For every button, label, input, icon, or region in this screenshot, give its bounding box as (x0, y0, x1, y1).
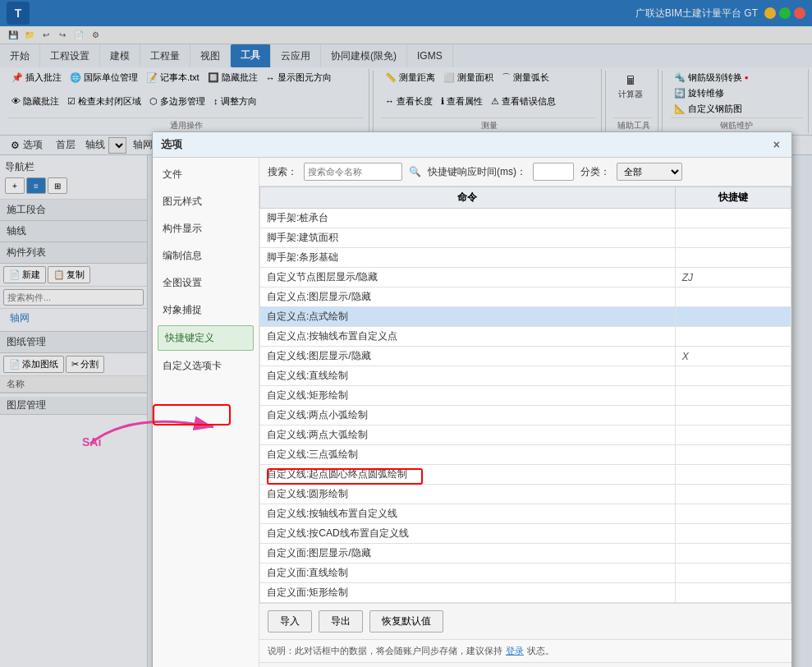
cmd-cell: 自定义线:圆形绘制 (260, 485, 676, 504)
dialog-action-row: 确定 取消 (259, 662, 791, 667)
nav-snap[interactable]: 对象捕捉 (153, 297, 259, 324)
nav-custom-tab[interactable]: 自定义选项卡 (153, 352, 259, 380)
dialog-toolbar: 搜索： 🔍 快捷键响应时间(ms)： 400 分类： 全部 常用 建模 工程量 (259, 158, 791, 186)
cmd-cell: 自定义线:两点大弧绘制 (260, 426, 676, 445)
key-cell (675, 327, 791, 347)
cmd-cell: 自定义线:矩形绘制 (260, 386, 676, 406)
cmd-table: 命令 快捷键 脚手架:桩承台脚手架:建筑面积脚手架:条形基础自定义节点图层显示/… (259, 186, 791, 603)
dialog-title: 选项 (161, 137, 182, 152)
table-row[interactable]: 自定义点:点式绘制 (260, 307, 791, 327)
nav-edit-info[interactable]: 编制信息 (153, 242, 259, 269)
nav-element-style[interactable]: 图元样式 (153, 188, 259, 215)
dialog-footer: 说明：此对话框中的数据，将会随账户同步存储，建议保持 登录 状态。 (259, 639, 791, 662)
table-row[interactable]: 自定义节点图层显示/隐藏ZJ (260, 268, 791, 288)
key-cell (675, 485, 791, 504)
dialog-bottom-buttons: 导入 导出 恢复默认值 (259, 603, 791, 639)
table-row[interactable]: 自定义线:直线绘制 (260, 366, 791, 386)
cmd-cell: 自定义点:点式绘制 (260, 307, 676, 327)
table-row[interactable]: 自定义面:图层显示/隐藏 (260, 544, 791, 564)
key-cell (675, 248, 791, 268)
nav-hotkey[interactable]: 快捷键定义 (158, 325, 254, 351)
cmd-cell: 自定义面:直线绘制 (260, 564, 676, 583)
cmd-cell: 自定义面:图层显示/隐藏 (260, 544, 676, 564)
dialog-close-btn[interactable]: × (770, 138, 783, 151)
key-cell (675, 366, 791, 386)
nav-file[interactable]: 文件 (153, 161, 259, 188)
nav-full-view[interactable]: 全图设置 (153, 269, 259, 297)
cmd-search-input[interactable] (304, 163, 402, 181)
key-cell (675, 209, 791, 228)
export-btn[interactable]: 导出 (319, 610, 363, 632)
cmd-cell: 脚手架:条形基础 (260, 248, 676, 268)
category-select[interactable]: 全部 常用 建模 工程量 (617, 163, 682, 181)
key-cell (675, 228, 791, 248)
table-row[interactable]: 自定义面:矩形绘制 (260, 583, 791, 603)
cmd-cell: 自定义点:图层显示/隐藏 (260, 288, 676, 307)
key-col-header: 快捷键 (675, 187, 791, 209)
key-cell (675, 504, 791, 524)
key-cell (675, 386, 791, 406)
table-row[interactable]: 自定义线:两点小弧绘制 (260, 406, 791, 426)
options-dialog: 选项 × 文件 图元样式 构件显示 编制信息 全图设置 对象捕捉 快捷键定义 自… (152, 131, 792, 667)
cmd-cell: 脚手架:桩承台 (260, 209, 676, 228)
table-row[interactable]: 自定义线:按CAD线布置自定义线 (260, 524, 791, 544)
key-cell (675, 406, 791, 426)
cmd-cell: 自定义线:图层显示/隐藏 (260, 347, 676, 366)
table-row[interactable]: 自定义线:两点大弧绘制 (260, 426, 791, 445)
key-cell (675, 307, 791, 327)
key-cell: ZJ (675, 268, 791, 288)
table-row[interactable]: 自定义线:矩形绘制 (260, 386, 791, 406)
cmd-cell: 自定义面:矩形绘制 (260, 583, 676, 603)
cmd-cell: 自定义节点图层显示/隐藏 (260, 268, 676, 288)
login-link[interactable]: 登录 (506, 645, 524, 657)
cmd-cell: 自定义线:三点弧绘制 (260, 445, 676, 465)
table-row[interactable]: 自定义点:图层显示/隐藏 (260, 288, 791, 307)
response-time-input[interactable]: 400 (533, 163, 574, 181)
dialog-title-bar: 选项 × (153, 132, 791, 158)
commands-table: 命令 快捷键 脚手架:桩承台脚手架:建筑面积脚手架:条形基础自定义节点图层显示/… (259, 186, 791, 603)
restore-defaults-btn[interactable]: 恢复默认值 (369, 610, 443, 632)
dialog-overlay: 选项 × 文件 图元样式 构件显示 编制信息 全图设置 对象捕捉 快捷键定义 自… (0, 0, 812, 667)
table-row[interactable]: 自定义面:直线绘制 (260, 564, 791, 583)
cmd-cell: 脚手架:建筑面积 (260, 228, 676, 248)
key-cell (675, 426, 791, 445)
import-btn[interactable]: 导入 (268, 610, 312, 632)
table-row[interactable]: 脚手架:条形基础 (260, 248, 791, 268)
cmd-cell: 自定义线:起点圆心终点圆弧绘制 (260, 465, 676, 485)
footer-suffix: 状态。 (527, 645, 554, 657)
footer-text: 说明：此对话框中的数据，将会随账户同步存储，建议保持 (268, 645, 502, 657)
table-row[interactable]: 脚手架:桩承台 (260, 209, 791, 228)
key-cell (675, 544, 791, 564)
cmd-cell: 自定义线:两点小弧绘制 (260, 406, 676, 426)
key-cell (675, 288, 791, 307)
cmd-col-header: 命令 (260, 187, 676, 209)
table-row[interactable]: 自定义线:起点圆心终点圆弧绘制 (260, 465, 791, 485)
key-cell (675, 524, 791, 544)
key-cell: X (675, 347, 791, 366)
time-label: 快捷键响应时间(ms)： (428, 165, 526, 179)
table-row[interactable]: 自定义线:图层显示/隐藏X (260, 347, 791, 366)
key-cell (675, 564, 791, 583)
cmd-cell: 自定义线:直线绘制 (260, 366, 676, 386)
table-row[interactable]: 自定义点:按轴线布置自定义点 (260, 327, 791, 347)
dialog-right-content: 搜索： 🔍 快捷键响应时间(ms)： 400 分类： 全部 常用 建模 工程量 (259, 158, 791, 667)
table-row[interactable]: 自定义线:按轴线布置自定义线 (260, 504, 791, 524)
search-icon: 🔍 (409, 166, 421, 177)
cmd-cell: 自定义线:按CAD线布置自定义线 (260, 524, 676, 544)
table-row[interactable]: 脚手架:建筑面积 (260, 228, 791, 248)
key-cell (675, 445, 791, 465)
category-label: 分类： (580, 165, 610, 179)
key-cell (675, 583, 791, 603)
key-cell (675, 465, 791, 485)
dialog-nav: 文件 图元样式 构件显示 编制信息 全图设置 对象捕捉 快捷键定义 自定义选项卡 (153, 158, 259, 667)
table-row[interactable]: 自定义线:圆形绘制 (260, 485, 791, 504)
nav-component-display[interactable]: 构件显示 (153, 215, 259, 242)
cmd-cell: 自定义线:按轴线布置自定义线 (260, 504, 676, 524)
dialog-content: 文件 图元样式 构件显示 编制信息 全图设置 对象捕捉 快捷键定义 自定义选项卡… (153, 158, 791, 667)
search-label: 搜索： (268, 165, 297, 179)
cmd-cell: 自定义点:按轴线布置自定义点 (260, 327, 676, 347)
table-row[interactable]: 自定义线:三点弧绘制 (260, 445, 791, 465)
